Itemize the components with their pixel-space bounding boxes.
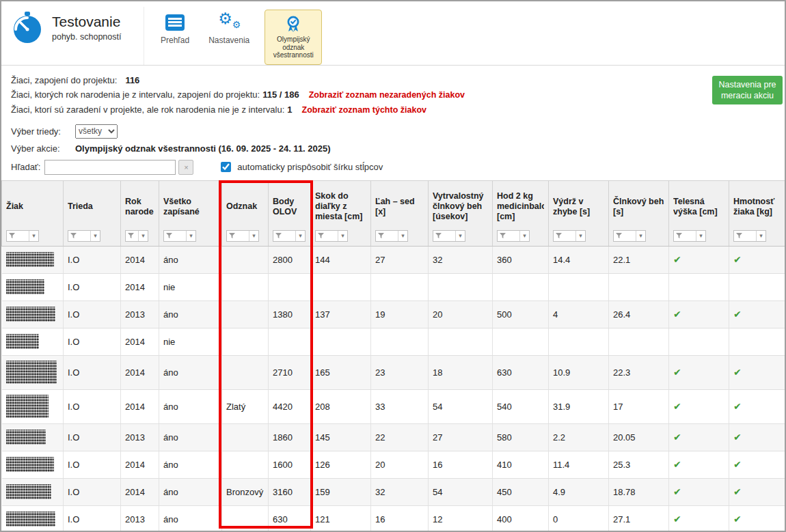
cell-odznak [222,355,269,389]
cell-vytrvalostny: 32 [429,246,493,273]
cell-rok: 2014 [121,478,159,505]
column-filter[interactable]: ▾ [273,230,306,242]
table-row[interactable]: I.O2013áno6301211612400027.1✔✔ [2,505,785,531]
column-filter[interactable]: ▾ [497,230,530,242]
cell-trieda: I.O [64,246,121,273]
column-filter[interactable]: ▾ [553,230,586,242]
cell-ziak [2,273,64,300]
action-filter-value: Olympijský odznak všestrannosti (16. 09.… [75,143,331,154]
nav-olympijsky-label: Olympijský odznak všestrannosti [267,36,319,59]
auto-width-checkbox[interactable] [221,162,231,172]
column-header-vsetko[interactable]: Všetko zapísané▾ [159,180,222,246]
column-header-hod[interactable]: Hod 2 kg medicinbalo [cm]▾ [493,180,549,246]
column-filter[interactable]: ▾ [125,230,148,242]
table-row[interactable]: I.O2014áno2710165231863010.922.3✔✔ [2,355,785,389]
cell-vyska [669,328,729,355]
cell-vydrz [549,273,609,300]
info-line-2: Žiaci, ktorých rok narodenia je z interv… [11,87,703,102]
table-row[interactable]: I.O2014nie [2,328,785,355]
table-row[interactable]: I.O2014ánoZlatý4420208335454031.917✔✔ [2,389,785,423]
cell-vsetko: áno [159,423,222,451]
class-filter-label: Výber triedy: [11,126,75,137]
funnel-icon [554,231,576,241]
check-icon: ✔ [673,514,681,524]
column-header-ziak[interactable]: Žiak▾ [2,180,64,246]
column-filter[interactable]: ▾ [673,230,706,242]
funnel-icon [316,231,338,241]
cell-odznak [222,505,269,531]
show-these-students-link[interactable]: Zobraziť zoznam týchto žiakov [302,105,426,115]
cell-rok: 2014 [121,328,159,355]
column-header-skok[interactable]: Skok do diaľky z miesta [cm]▾ [311,180,371,246]
app-window: Testovanie pohyb. schopností Prehľad ⚙ ⚙ [0,0,786,532]
funnel-icon [376,231,398,241]
column-filter[interactable]: ▾ [733,230,766,242]
table-row[interactable]: I.O2013áno186014522275802.220.05✔✔ [2,423,785,451]
column-filter[interactable]: ▾ [226,230,259,242]
cell-trieda: I.O [64,273,121,300]
table-row[interactable]: I.O2014áno2800144273236014.422.1✔✔ [2,246,785,273]
show-unassigned-students-link[interactable]: Zobraziť zoznam nezaradených žiakov [309,90,465,100]
column-filter[interactable]: ▾ [68,230,100,242]
column-header-body[interactable]: Body OLOV▾ [269,180,311,246]
student-name-blurred [6,395,49,418]
cell-trieda: I.O [64,355,121,389]
chevron-down-icon: ▾ [139,232,148,239]
cell-hmotnost [729,273,785,300]
column-filter[interactable]: ▾ [6,230,39,242]
column-filter[interactable]: ▾ [375,230,408,242]
column-filter[interactable]: ▾ [613,230,646,242]
column-header-trieda[interactable]: Trieda▾ [64,180,121,246]
table-row[interactable]: I.O2013áno13801371920500426.4✔✔ [2,300,785,328]
student-name-blurred [6,279,44,294]
measurement-settings-button[interactable]: Nastavenia pre meraciu akciu [712,76,783,104]
table-row[interactable]: I.O2014áno1600126201641011.425.3✔✔ [2,451,785,478]
cell-hod: 630 [493,355,549,389]
table-icon [165,12,185,33]
cell-vydrz: 31.9 [549,389,609,423]
results-table: Žiak▾Trieda▾Rok narode▾Všetko zapísané▾O… [1,180,785,531]
chevron-down-icon: ▾ [187,232,195,239]
chevron-down-icon: ▾ [456,232,465,239]
class-select[interactable]: všetky [75,124,118,139]
column-header-vydrz[interactable]: Výdrž v zhybe [s]▾ [549,180,609,246]
table-row[interactable]: I.O2014ánoBronzový316015932544504.918.78… [2,478,785,505]
column-filter[interactable]: ▾ [315,230,348,242]
cell-body: 1860 [269,423,311,451]
column-label: Rok narode [125,184,154,230]
column-header-clnkovy[interactable]: Člnkový beh [s]▾ [609,180,669,246]
column-header-odznak[interactable]: Odznak▾ [222,180,269,246]
column-header-lah[interactable]: Ľah – sed [x]▾ [371,180,429,246]
column-filter[interactable]: ▾ [163,230,196,242]
table-row[interactable]: I.O2014nie [2,273,785,300]
cell-vyska: ✔ [669,423,729,451]
nav-nastavenia-button[interactable]: ⚙ ⚙ Nastavenia [204,10,254,48]
column-header-hmotnost[interactable]: Hmotnosť žiaka [kg]▾ [729,180,785,246]
cell-ziak [2,423,64,451]
cell-odznak [222,328,269,355]
column-filter[interactable]: ▾ [433,230,465,242]
cell-hmotnost: ✔ [729,423,785,451]
cell-lah: 23 [371,355,429,389]
cell-rok: 2014 [121,451,159,478]
cell-odznak [222,423,269,451]
cell-vydrz: 11.4 [549,451,609,478]
gear-icon-small: ⚙ [232,19,241,30]
column-header-vytrvalostny[interactable]: Vytrvalostný člnkový beh [úsekov]▾ [429,180,493,246]
search-input[interactable] [44,160,176,175]
stopwatch-logo-icon [11,11,44,44]
check-icon: ✔ [733,486,742,497]
nav-olympijsky-button[interactable]: Olympijský odznak všestrannosti [265,10,322,65]
clear-search-icon[interactable]: × [178,160,193,175]
cell-ziak [2,246,64,273]
cell-odznak [222,273,269,300]
column-label: Ľah – sed [x] [375,184,424,230]
column-header-vyska[interactable]: Telesná výška [cm]▾ [669,180,729,246]
cell-lah [371,273,429,300]
funnel-icon [273,231,296,241]
student-name-blurred [6,430,46,445]
cell-vytrvalostny [429,273,493,300]
column-header-rok[interactable]: Rok narode▾ [121,180,159,246]
nav-prehlad-button[interactable]: Prehľad [157,10,193,48]
cell-lah: 27 [371,246,429,273]
